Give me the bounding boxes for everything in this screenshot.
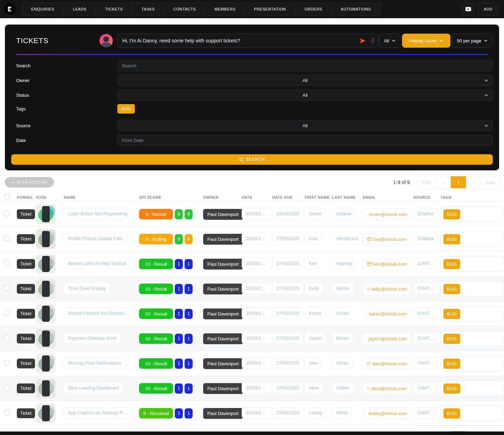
source-cell: CHATBOT bbox=[413, 258, 441, 269]
pagination-first[interactable]: First bbox=[418, 176, 435, 188]
row-checkbox[interactable] bbox=[4, 410, 10, 415]
date-cell: 25/03/2025 bbox=[242, 382, 272, 394]
ticket-name-link[interactable]: Profile Picture Upload Fails bbox=[64, 233, 127, 244]
send-icon[interactable] bbox=[360, 38, 366, 44]
phone-icon bbox=[42, 206, 50, 222]
column-header-tags: TAGS bbox=[441, 195, 504, 199]
search-button[interactable]: SEARCH bbox=[11, 154, 493, 165]
tags-cell: BUG bbox=[441, 206, 504, 222]
app-logo-icon[interactable] bbox=[4, 4, 15, 15]
funnel-badge: Ticket bbox=[17, 209, 35, 219]
spi-score-badge: 6 - Rolling bbox=[139, 234, 173, 244]
ticket-name-link[interactable]: Missing Push Notifications bbox=[64, 357, 125, 369]
sort-dropdown[interactable]: Priority Score bbox=[402, 34, 450, 48]
search-input[interactable] bbox=[117, 60, 493, 71]
row-checkbox[interactable] bbox=[4, 385, 10, 390]
row-checkbox[interactable] bbox=[4, 285, 10, 291]
row-checkbox[interactable] bbox=[4, 335, 10, 341]
chevron-down-icon bbox=[11, 181, 15, 183]
ticket-thumbnail[interactable] bbox=[36, 379, 56, 398]
spi-mini-badges: 11 bbox=[175, 359, 193, 369]
ticket-name-link[interactable]: Time Zone Display bbox=[64, 283, 110, 294]
row-checkbox[interactable] bbox=[4, 236, 10, 241]
ai-assistant-input[interactable] bbox=[117, 34, 379, 48]
ticket-thumbnail[interactable] bbox=[36, 329, 56, 348]
row-checkbox[interactable] bbox=[4, 211, 10, 216]
pagination-prev[interactable]: ‹ bbox=[435, 176, 450, 188]
row-checkbox[interactable] bbox=[4, 310, 10, 316]
email-link[interactable]: ken@inlook.com bbox=[363, 258, 411, 270]
filter-row-tags: Tags BUG bbox=[11, 104, 493, 114]
nav-item-members[interactable]: MEMBERS bbox=[205, 2, 245, 16]
email-text: jaylon@inlook.com bbox=[369, 336, 407, 341]
nav-item-presentation[interactable]: PRESENTATION bbox=[245, 2, 295, 16]
microphone-icon[interactable] bbox=[371, 38, 375, 44]
ticket-thumbnail[interactable] bbox=[36, 254, 56, 274]
ticket-thumbnail[interactable] bbox=[36, 403, 56, 423]
email-link[interactable]: alex@inlook.com bbox=[363, 358, 411, 369]
ticket-thumbnail[interactable] bbox=[36, 204, 56, 224]
per-page-dropdown[interactable]: 50 per page bbox=[452, 34, 493, 48]
spi-mini-badges: 11 bbox=[175, 309, 193, 319]
tags-cell: BUG bbox=[441, 306, 504, 321]
nav-item-tasks[interactable]: TASKS bbox=[132, 2, 164, 16]
from-date-input[interactable] bbox=[117, 135, 493, 146]
pagination-last[interactable]: Last bbox=[481, 176, 499, 188]
date-due-cell: 27/03/2025 bbox=[272, 283, 303, 294]
video-help-button[interactable] bbox=[462, 2, 475, 16]
spi-mini-badges: 99 bbox=[175, 209, 193, 219]
ticket-name-link[interactable]: Broken Links in Help Section bbox=[64, 258, 130, 269]
email-link[interactable]: jaylon@inlook.com bbox=[363, 333, 411, 345]
nav-item-orders[interactable]: ORDERS bbox=[295, 2, 332, 16]
sort-dropdown-value: Priority Score bbox=[409, 38, 437, 43]
email-link[interactable]: ledley@inlook.com bbox=[363, 408, 411, 419]
date-cell: 25/03/2025 bbox=[242, 332, 272, 344]
nav-item-automations[interactable]: AUTOMATIONS bbox=[332, 2, 380, 16]
email-link[interactable]: alice@inlook.com bbox=[363, 383, 411, 394]
scope-dropdown[interactable]: All bbox=[379, 34, 400, 48]
chevron-down-icon bbox=[484, 94, 488, 96]
email-link[interactable]: lisa@inlook.com bbox=[363, 233, 411, 245]
ticket-thumbnail[interactable] bbox=[36, 354, 56, 373]
ticket-thumbnail[interactable] bbox=[36, 304, 56, 324]
add-button[interactable]: ADD bbox=[478, 2, 498, 16]
ticket-name-link[interactable]: Search Feature Not Returning Res... bbox=[64, 307, 132, 319]
status-select[interactable]: All bbox=[117, 89, 493, 101]
ticket-name-link[interactable]: Payment Gateway Error bbox=[64, 332, 121, 344]
owner-badge: Paul Davenport bbox=[203, 209, 243, 220]
email-link[interactable]: orsen@inlook.com bbox=[363, 209, 411, 220]
spi-score-cell: 6 - Rolling 96 bbox=[139, 234, 203, 244]
tag-chip: BUG bbox=[443, 334, 460, 344]
source-cell: Chatbot bbox=[413, 208, 438, 219]
chevron-down-icon bbox=[484, 124, 488, 127]
bulk-actions-label: BULK ACTIONS bbox=[17, 180, 48, 184]
nav-item-enquiries[interactable]: ENQUIRIES bbox=[22, 2, 64, 16]
nav-item-tickets[interactable]: TICKETS bbox=[96, 2, 132, 16]
ticket-name-link[interactable]: Slow Loading Dashboard bbox=[64, 382, 123, 394]
tag-chip: BUG bbox=[443, 309, 460, 319]
pagination-page-1[interactable]: 1 bbox=[450, 176, 466, 188]
date-due-cell: 27/03/2025 bbox=[272, 307, 303, 319]
bulk-actions-button[interactable]: BULK ACTIONS bbox=[5, 177, 54, 188]
ticket-thumbnail[interactable] bbox=[36, 279, 56, 299]
email-link[interactable]: karen@inlook.com bbox=[363, 308, 411, 320]
ticket-name-link[interactable]: Login Button Not Responding bbox=[64, 208, 132, 219]
email-text: kelly@inlook.com bbox=[372, 286, 407, 292]
spi-mini-badges: 11 bbox=[175, 383, 193, 394]
row-checkbox[interactable] bbox=[4, 360, 10, 366]
email-text: karen@inlook.com bbox=[369, 311, 407, 317]
date-cell: 25/03/2025 bbox=[242, 208, 272, 219]
nav-item-leads[interactable]: LEADS bbox=[64, 2, 96, 16]
envelope-icon bbox=[367, 287, 370, 291]
nav-item-contacts[interactable]: CONTACTS bbox=[164, 2, 205, 16]
owner-select[interactable]: All bbox=[117, 75, 493, 86]
column-header-first-name: FIRST NAME bbox=[305, 195, 332, 199]
pagination-next[interactable]: › bbox=[466, 176, 481, 188]
select-all-checkbox[interactable] bbox=[4, 194, 10, 199]
tags-filter-chip[interactable]: BUG bbox=[117, 104, 135, 114]
source-select[interactable]: All bbox=[117, 120, 493, 131]
row-checkbox[interactable] bbox=[4, 260, 10, 266]
email-link[interactable]: kelly@inlook.com bbox=[363, 283, 411, 295]
ticket-thumbnail[interactable] bbox=[36, 229, 56, 249]
ticket-name-link[interactable]: App Crashes on Settings Page bbox=[64, 407, 132, 419]
